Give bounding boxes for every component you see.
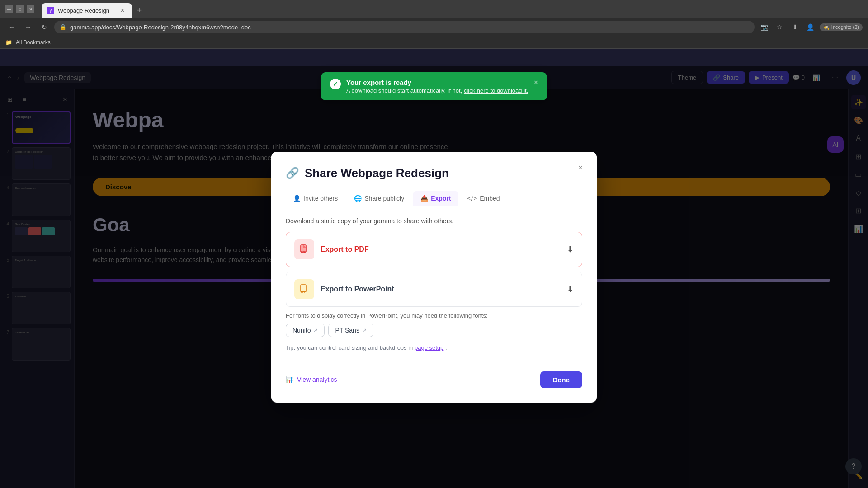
address-bar-right: 📷 ☆ ⬇ 👤 🕵 Incognito (2) [758,21,863,33]
tab-embed-label: Embed [480,195,500,202]
tab-embed[interactable]: </> Embed [460,191,507,206]
pt-sans-external-icon: ↗ [362,327,367,333]
profile-icon[interactable]: 👤 [804,21,817,33]
export-pdf-label: Export to PDF [321,245,561,253]
window-controls: — □ ✕ [5,5,34,13]
export-toast: ✓ Your export is ready A download should… [321,72,547,100]
url-text: gamma.app/docs/Webpage-Redesign-2r98y4nh… [70,24,251,31]
export-ppt-label: Export to PowerPoint [321,285,561,293]
incognito-label: Incognito (2) [831,24,859,30]
back-button[interactable]: ← [5,21,18,33]
nunito-font-chip[interactable]: Nunito ↗ [286,324,325,337]
toast-title: Your export is ready [346,79,528,86]
svg-text:PDF: PDF [301,251,306,253]
page-setup-link[interactable]: page setup [415,344,443,351]
modal-description: Download a static copy of your gamma to … [286,217,582,225]
export-icon: 📤 [420,195,428,202]
modal-header: 🔗 Share Webpage Redesign [286,166,582,180]
url-input[interactable]: 🔒 gamma.app/docs/Webpage-Redesign-2r98y4… [54,21,755,33]
pt-sans-font-chip[interactable]: PT Sans ↗ [328,324,373,337]
lock-icon: 🔒 [60,24,66,30]
maximize-button[interactable]: □ [16,5,24,13]
tab-share-publicly[interactable]: 🌐 Share publicly [347,191,411,206]
toast-body: A download should start automatically. I… [346,87,528,94]
view-analytics-button[interactable]: 📊 View analytics [286,376,337,383]
pdf-icon: PDF [294,239,314,259]
tip-text: Tip: you can control card sizing and bac… [286,344,582,351]
font-chips: Nunito ↗ PT Sans ↗ [286,324,582,337]
toast-close-button[interactable]: × [534,79,538,87]
tab-export-label: Export [431,195,451,202]
reload-button[interactable]: ↻ [38,21,51,33]
title-bar: — □ ✕ γ Webpage Redesign ✕ + [0,0,868,18]
tab-close-button[interactable]: ✕ [118,6,127,14]
toast-content: Your export is ready A download should s… [346,79,528,94]
view-analytics-label: View analytics [297,376,337,383]
tab-invite-others[interactable]: 👤 Invite others [286,191,345,206]
minimize-button[interactable]: — [5,5,13,13]
camera-icon[interactable]: 📷 [758,21,771,33]
new-tab-button[interactable]: + [132,3,146,18]
toast-download-link[interactable]: click here to download it. [464,87,528,94]
done-button[interactable]: Done [540,371,583,388]
address-bar: ← → ↻ 🔒 gamma.app/docs/Webpage-Redesign-… [0,18,868,36]
modal-footer: 📊 View analytics Done [286,364,582,388]
tab-favicon: γ [47,7,54,14]
share-modal: × 🔗 Share Webpage Redesign 👤 Invite othe… [271,152,597,403]
export-pdf-option[interactable]: PDF Export to PDF ⬇ [286,232,582,267]
ppt-download-icon[interactable]: ⬇ [567,284,574,294]
code-icon: </> [467,195,477,202]
svg-text:PPT: PPT [301,291,305,293]
tab-share-label: Share publicly [364,195,404,202]
nunito-label: Nunito [292,327,311,334]
active-tab[interactable]: γ Webpage Redesign ✕ [42,3,132,18]
analytics-chart-icon: 📊 [286,376,293,383]
tab-invite-label: Invite others [303,195,338,202]
tab-export[interactable]: 📤 Export [413,191,458,206]
modal-backdrop[interactable]: × 🔗 Share Webpage Redesign 👤 Invite othe… [0,66,868,488]
pt-sans-label: PT Sans [335,327,359,334]
tab-bar: γ Webpage Redesign ✕ + [38,0,863,18]
nunito-external-icon: ↗ [313,327,318,333]
close-button[interactable]: ✕ [27,5,34,13]
bookmarks-icon: 📁 [5,39,12,46]
export-ppt-option[interactable]: PPT Export to PowerPoint ⬇ [286,272,582,307]
incognito-icon: 🕵 [823,24,830,30]
user-add-icon: 👤 [293,195,301,202]
modal-tabs: 👤 Invite others 🌐 Share publicly 📤 Expor… [286,191,582,206]
globe-icon: 🌐 [354,195,362,202]
browser-chrome: — □ ✕ γ Webpage Redesign ✕ + ← → ↻ 🔒 gam… [0,0,868,49]
modal-close-button[interactable]: × [573,161,588,175]
forward-button[interactable]: → [22,21,34,33]
incognito-badge: 🕵 Incognito (2) [820,23,863,31]
bookmarks-bar: 📁 All Bookmarks [0,36,868,49]
download-nav-icon[interactable]: ⬇ [789,21,802,33]
ppt-icon: PPT [294,279,314,299]
modal-chain-icon: 🔗 [286,167,299,179]
modal-title: Share Webpage Redesign [305,166,449,180]
fonts-label: For fonts to display correctly in PowerP… [286,312,582,319]
pdf-download-icon[interactable]: ⬇ [567,244,574,254]
toast-check-icon: ✓ [330,79,341,89]
tab-title: Webpage Redesign [58,7,109,14]
bookmarks-label[interactable]: All Bookmarks [16,39,51,46]
star-icon[interactable]: ☆ [774,21,786,33]
